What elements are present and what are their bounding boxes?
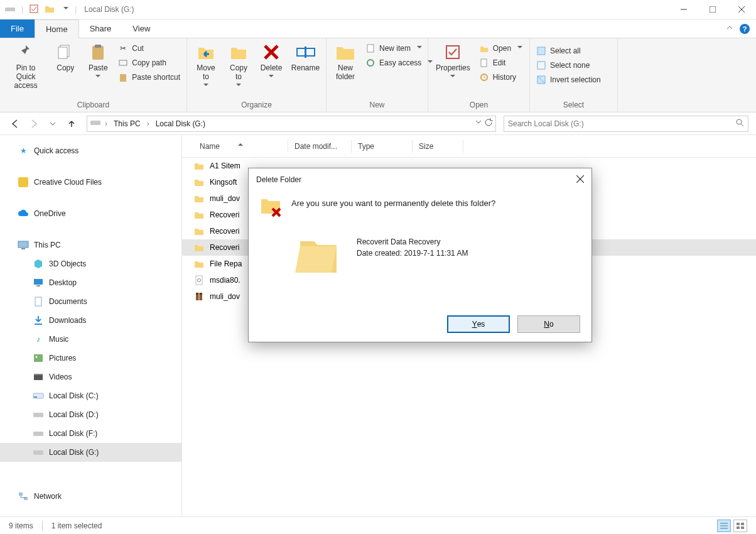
- select-none-button[interactable]: Select none: [534, 59, 603, 72]
- help-icon[interactable]: ?: [740, 24, 750, 34]
- tree-quick-access[interactable]: ★Quick access: [0, 141, 181, 160]
- forward-button[interactable]: [26, 116, 41, 131]
- history-icon: [479, 72, 489, 82]
- maximize-button[interactable]: [698, 0, 727, 19]
- copy-to-button[interactable]: Copy to: [224, 41, 254, 90]
- details-view-button[interactable]: [717, 520, 731, 532]
- tree-onedrive[interactable]: OneDrive: [0, 204, 181, 223]
- tree-videos[interactable]: Videos: [0, 368, 181, 386]
- new-folder-label: New folder: [336, 63, 355, 81]
- column-type[interactable]: Type: [352, 142, 412, 151]
- tree-documents[interactable]: Documents: [0, 292, 181, 311]
- svg-point-25: [737, 119, 742, 124]
- tree-downloads[interactable]: Downloads: [0, 311, 181, 330]
- qat-customize-dropdown[interactable]: [61, 5, 68, 14]
- tab-view[interactable]: View: [122, 19, 161, 38]
- tree-creative-cloud[interactable]: Creative Cloud Files: [0, 173, 181, 192]
- crumb-this-pc[interactable]: This PC: [111, 119, 143, 128]
- tree-desktop[interactable]: Desktop: [0, 273, 181, 292]
- invert-selection-button[interactable]: Invert selection: [534, 74, 603, 86]
- open-label: Open: [493, 44, 511, 53]
- navigation-pane[interactable]: ★Quick access Creative Cloud Files OneDr…: [0, 135, 182, 516]
- qat-newfolder-icon[interactable]: [45, 4, 55, 15]
- tab-share[interactable]: Share: [79, 19, 122, 38]
- close-button[interactable]: [727, 0, 756, 19]
- recent-locations-button[interactable]: [45, 116, 60, 131]
- tree-local-disk-g[interactable]: Local Disk (G:): [0, 443, 181, 462]
- svg-rect-31: [36, 285, 40, 286]
- svg-rect-43: [19, 493, 23, 496]
- column-separator[interactable]: [463, 140, 463, 153]
- history-button[interactable]: History: [477, 71, 525, 84]
- pin-to-quick-access-button[interactable]: Pin to Quick access: [4, 41, 48, 91]
- crumb-location[interactable]: Local Disk (G:): [153, 119, 208, 128]
- dialog-close-button[interactable]: [576, 174, 584, 185]
- tree-local-disk-f[interactable]: Local Disk (F:): [0, 424, 181, 443]
- tree-local-disk-d[interactable]: Local Disk (D:): [0, 405, 181, 424]
- svg-rect-24: [90, 121, 100, 125]
- select-none-label: Select none: [550, 61, 590, 70]
- qat-properties-icon[interactable]: [30, 4, 38, 15]
- no-button[interactable]: No: [517, 315, 580, 333]
- search-icon[interactable]: [735, 118, 744, 129]
- copy-path-button[interactable]: Copy path: [116, 57, 183, 69]
- tab-home[interactable]: Home: [35, 19, 79, 38]
- paste-shortcut-button[interactable]: Paste shortcut: [116, 71, 183, 84]
- tree-pictures[interactable]: Pictures: [0, 349, 181, 368]
- tab-file[interactable]: File: [0, 19, 35, 38]
- svg-rect-10: [119, 60, 127, 65]
- dialog-titlebar[interactable]: Delete Folder: [249, 168, 591, 191]
- refresh-button[interactable]: [484, 118, 493, 129]
- move-to-button[interactable]: Move to: [191, 41, 221, 90]
- properties-button[interactable]: Properties: [432, 41, 474, 81]
- tree-local-disk-c[interactable]: Local Disk (C:): [0, 386, 181, 405]
- properties-dropdown-icon: [450, 75, 455, 80]
- address-bar[interactable]: › This PC › Local Disk (G:): [87, 116, 496, 132]
- tree-network[interactable]: Network: [0, 487, 181, 506]
- chevron-right-icon[interactable]: ›: [146, 119, 151, 128]
- tree-label: Creative Cloud Files: [34, 178, 102, 187]
- rename-button[interactable]: Rename: [289, 41, 322, 74]
- column-size[interactable]: Size: [413, 142, 463, 151]
- select-all-button[interactable]: Select all: [534, 45, 603, 57]
- system-menu-icon[interactable]: [5, 5, 15, 14]
- path-icon: [118, 58, 128, 68]
- chevron-right-icon[interactable]: ›: [104, 119, 109, 128]
- folder-icon: [193, 258, 205, 270]
- column-name[interactable]: Name: [193, 142, 288, 151]
- thumbnails-view-button[interactable]: [733, 520, 747, 532]
- up-button[interactable]: [64, 116, 79, 131]
- window-controls: [669, 0, 756, 19]
- tree-label: Local Disk (C:): [49, 391, 99, 400]
- copy-button[interactable]: Copy: [50, 41, 80, 74]
- new-item-button[interactable]: New item: [363, 42, 435, 55]
- folder-icon: [193, 242, 205, 253]
- tree-3d-objects[interactable]: 3D Objects: [0, 254, 181, 273]
- file-name: msdia80.: [210, 276, 240, 285]
- edit-button[interactable]: Edit: [477, 57, 525, 69]
- paste-button[interactable]: Paste: [83, 41, 113, 81]
- cut-button[interactable]: ✂Cut: [116, 42, 183, 55]
- delete-button[interactable]: Delete: [256, 41, 286, 81]
- cloud-icon: [18, 208, 29, 219]
- back-button[interactable]: [8, 116, 23, 131]
- ribbon-collapse-icon[interactable]: [726, 24, 733, 33]
- minimize-button[interactable]: [669, 0, 698, 19]
- tree-label: Downloads: [49, 316, 86, 325]
- search-box[interactable]: Search Local Disk (G:): [504, 116, 748, 132]
- svg-rect-41: [33, 432, 43, 436]
- new-folder-button[interactable]: New folder: [330, 41, 360, 82]
- dll-file-icon: [193, 275, 205, 286]
- column-date-label: Date modif...: [294, 142, 337, 151]
- qat-divider: |: [21, 5, 23, 14]
- open-button[interactable]: Open: [477, 42, 525, 55]
- easy-access-button[interactable]: Easy access: [363, 57, 435, 69]
- svg-rect-54: [741, 523, 744, 525]
- tree-this-pc[interactable]: This PC: [0, 236, 181, 254]
- yes-button[interactable]: Yes: [447, 315, 510, 333]
- file-name: muli_dov: [210, 292, 240, 301]
- tree-music[interactable]: ♪Music: [0, 330, 181, 349]
- address-dropdown-icon[interactable]: [475, 118, 482, 129]
- column-date[interactable]: Date modif...: [288, 142, 351, 151]
- tree-label: 3D Objects: [49, 259, 86, 268]
